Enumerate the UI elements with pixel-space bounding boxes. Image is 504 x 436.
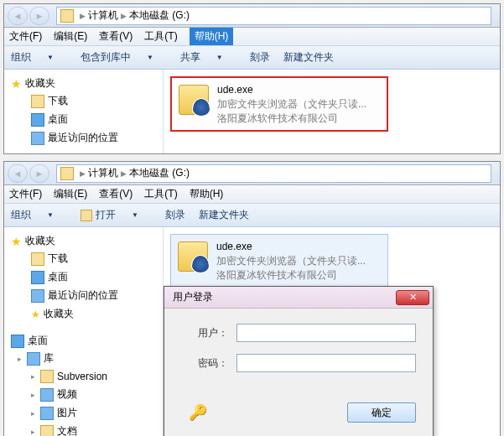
sidebar-item-pictures[interactable]: ▸图片 xyxy=(8,404,159,422)
star-icon: ★ xyxy=(11,235,22,248)
toolbar-burn[interactable]: 刻录 xyxy=(165,208,185,222)
file-text: ude.exe 加密文件夹浏览器（文件夹只读... 洛阳夏冰软件技术有限公司 xyxy=(217,83,366,125)
titlebar: ◄ ► ▶ 计算机 ▶ 本地磁盘 (G:) xyxy=(4,162,500,185)
chevron-down-icon: ▼ xyxy=(47,54,54,61)
menu-edit[interactable]: 编辑(E) xyxy=(54,29,87,44)
file-name: ude.exe xyxy=(216,240,366,254)
breadcrumb-seg[interactable]: 计算机 xyxy=(88,8,118,23)
key-icon: 🔑 xyxy=(186,401,210,424)
sidebar-favorites[interactable]: ★收藏夹 xyxy=(8,232,159,250)
sidebar-favorites[interactable]: ★收藏夹 xyxy=(8,75,159,92)
close-icon: ✕ xyxy=(409,292,417,303)
toolbar-organize[interactable]: 组织▼ xyxy=(11,50,67,65)
input-pass[interactable] xyxy=(236,354,416,372)
explorer-window-1: ◄ ► ▶ 计算机 ▶ 本地磁盘 (G:) 文件(F) 编辑(E) 查看(V) … xyxy=(3,3,501,154)
address-bar[interactable]: ▶ 计算机 ▶ 本地磁盘 (G:) xyxy=(56,164,491,183)
chevron-down-icon: ▼ xyxy=(216,54,223,61)
sidebar-item-recent[interactable]: 最近访问的位置 xyxy=(8,129,159,147)
explorer-window-2: ◄ ► ▶ 计算机 ▶ 本地磁盘 (G:) 文件(F) 编辑(E) 查看(V) … xyxy=(3,161,501,436)
menu-file[interactable]: 文件(F) xyxy=(9,187,42,201)
folder-icon xyxy=(40,370,54,383)
toolbar-newfolder[interactable]: 新建文件夹 xyxy=(199,208,249,222)
address-bar[interactable]: ▶ 计算机 ▶ 本地磁盘 (G:) xyxy=(56,7,491,25)
dialog-footer: 🔑 确定 xyxy=(164,394,433,436)
sidebar-desktop[interactable]: 桌面 xyxy=(8,332,159,350)
chevron-down-icon: ▼ xyxy=(132,211,138,219)
sidebar-item-docs[interactable]: ▸文档 xyxy=(8,423,159,436)
menubar: 文件(F) 编辑(E) 查看(V) 工具(T) 帮助(H) xyxy=(4,28,500,46)
triangle-icon: ▸ xyxy=(31,428,38,436)
toolbar-newfolder[interactable]: 新建文件夹 xyxy=(283,50,334,65)
toolbar: 组织▼ 包含到库中▼ 共享▼ 刻录 新建文件夹 xyxy=(4,46,500,70)
menu-view[interactable]: 查看(V) xyxy=(99,187,132,201)
file-list: ude.exe 加密文件夹浏览器（文件夹只读... 洛阳夏冰软件技术有限公司 xyxy=(164,70,500,153)
folder-icon xyxy=(31,252,44,266)
folder-icon xyxy=(31,95,44,108)
label-pass: 密码： xyxy=(181,356,228,371)
chevron-right-icon: ▶ xyxy=(80,169,86,178)
sidebar-item-libs[interactable]: ▸库 xyxy=(8,350,159,367)
row-user: 用户： xyxy=(181,324,416,342)
sidebar-item-favorites2[interactable]: ★收藏夹 xyxy=(8,305,159,323)
sidebar: ★收藏夹 下载 桌面 最近访问的位置 ★收藏夹 桌面 ▸库 ▸Subversio… xyxy=(4,227,164,436)
ok-button[interactable]: 确定 xyxy=(347,402,416,423)
sidebar-item-desktop[interactable]: 桌面 xyxy=(8,268,159,286)
dialog-title: 用户登录 xyxy=(173,290,213,304)
menu-help[interactable]: 帮助(H) xyxy=(190,28,234,45)
file-item-ude[interactable]: ude.exe 加密文件夹浏览器（文件夹只读... 洛阳夏冰软件技术有限公司 xyxy=(170,234,388,288)
forward-button[interactable]: ► xyxy=(29,7,49,25)
back-button[interactable]: ◄ xyxy=(8,164,28,183)
menu-view[interactable]: 查看(V) xyxy=(99,29,132,44)
open-icon xyxy=(81,210,92,221)
breadcrumb-seg[interactable]: 本地磁盘 (G:) xyxy=(129,166,190,180)
menu-tools[interactable]: 工具(T) xyxy=(144,29,177,44)
toolbar: 组织▼ 打开▼ 刻录 新建文件夹 xyxy=(4,204,500,227)
menu-help[interactable]: 帮助(H) xyxy=(190,187,224,201)
row-pass: 密码： xyxy=(181,354,416,372)
file-text: ude.exe 加密文件夹浏览器（文件夹只读... 洛阳夏冰软件技术有限公司 xyxy=(216,240,366,282)
sidebar-item-desktop[interactable]: 桌面 xyxy=(8,111,159,128)
drive-icon xyxy=(60,167,74,180)
input-user[interactable] xyxy=(236,324,416,342)
app-icon xyxy=(176,240,210,273)
star-icon: ★ xyxy=(31,309,40,320)
dialog-body: 用户： 密码： xyxy=(164,309,433,394)
file-company: 洛阳夏冰软件技术有限公司 xyxy=(217,112,366,126)
toolbar-share[interactable]: 共享▼ xyxy=(180,50,236,65)
app-icon xyxy=(177,83,210,117)
sidebar-item-recent[interactable]: 最近访问的位置 xyxy=(8,287,159,304)
sidebar-item-downloads[interactable]: 下载 xyxy=(8,250,159,267)
star-icon: ★ xyxy=(11,77,22,91)
triangle-icon: ▸ xyxy=(31,391,38,399)
login-dialog: 用户登录 ✕ 用户： 密码： 🔑 确定 xyxy=(164,286,434,436)
back-button[interactable]: ◄ xyxy=(8,7,28,25)
breadcrumb-seg[interactable]: 计算机 xyxy=(88,166,118,180)
recent-icon xyxy=(31,289,44,303)
toolbar-burn[interactable]: 刻录 xyxy=(250,50,270,65)
sidebar-item-svn[interactable]: ▸Subversion xyxy=(8,368,159,385)
recent-icon xyxy=(31,132,44,145)
toolbar-organize[interactable]: 组织▼ xyxy=(11,208,67,222)
content-pane: ★收藏夹 下载 桌面 最近访问的位置 ★收藏夹 桌面 ▸库 ▸Subversio… xyxy=(4,227,500,436)
toolbar-include[interactable]: 包含到库中▼ xyxy=(81,50,167,65)
drive-icon xyxy=(60,9,74,23)
video-icon xyxy=(40,388,54,402)
desktop-icon xyxy=(11,335,24,348)
close-button[interactable]: ✕ xyxy=(396,290,429,305)
file-list: ude.exe 加密文件夹浏览器（文件夹只读... 洛阳夏冰软件技术有限公司 用… xyxy=(164,227,500,436)
sidebar-item-video[interactable]: ▸视频 xyxy=(8,386,159,403)
chevron-right-icon: ▶ xyxy=(121,12,127,20)
file-name: ude.exe xyxy=(217,83,366,97)
menu-file[interactable]: 文件(F) xyxy=(9,29,42,44)
forward-button[interactable]: ► xyxy=(29,164,49,183)
menu-edit[interactable]: 编辑(E) xyxy=(54,187,87,201)
sidebar-item-downloads[interactable]: 下载 xyxy=(8,92,159,110)
menu-tools[interactable]: 工具(T) xyxy=(144,187,177,201)
toolbar-open[interactable]: 打开▼ xyxy=(81,208,152,222)
triangle-icon: ▸ xyxy=(31,372,38,381)
file-item-ude[interactable]: ude.exe 加密文件夹浏览器（文件夹只读... 洛阳夏冰软件技术有限公司 xyxy=(170,76,388,132)
titlebar: ◄ ► ▶ 计算机 ▶ 本地磁盘 (G:) xyxy=(4,4,500,28)
breadcrumb-seg[interactable]: 本地磁盘 (G:) xyxy=(129,8,190,23)
triangle-down-icon: ▸ xyxy=(18,355,24,363)
chevron-down-icon: ▼ xyxy=(147,54,153,61)
